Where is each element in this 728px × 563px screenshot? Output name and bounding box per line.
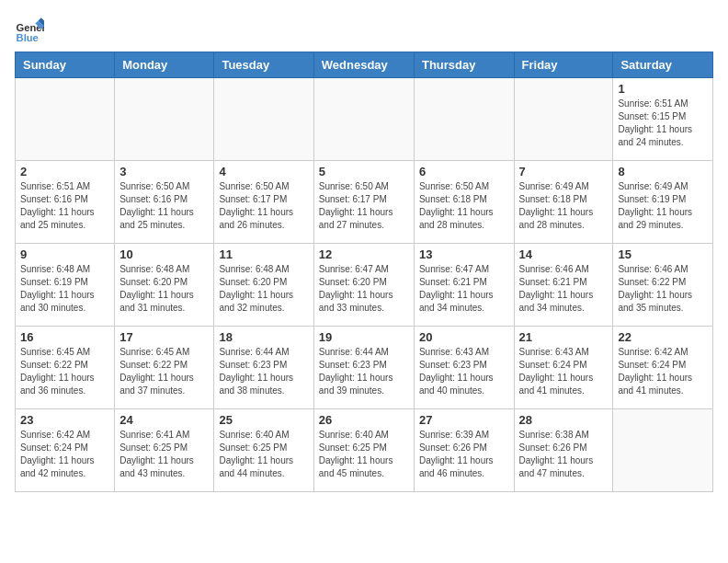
week-row-3: 16Sunrise: 6:45 AM Sunset: 6:22 PM Dayli… <box>16 327 713 409</box>
day-info: Sunrise: 6:44 AM Sunset: 6:23 PM Dayligh… <box>319 346 409 397</box>
day-info: Sunrise: 6:51 AM Sunset: 6:15 PM Dayligh… <box>618 98 708 149</box>
day-info: Sunrise: 6:48 AM Sunset: 6:20 PM Dayligh… <box>219 263 308 315</box>
calendar-cell: 9Sunrise: 6:48 AM Sunset: 6:19 PM Daylig… <box>16 244 115 327</box>
calendar-cell <box>16 78 115 161</box>
day-info: Sunrise: 6:40 AM Sunset: 6:25 PM Dayligh… <box>219 429 308 480</box>
logo-icon: General Blue <box>15 15 44 44</box>
calendar-cell <box>115 78 214 161</box>
day-number: 4 <box>219 165 308 178</box>
calendar-cell: 3Sunrise: 6:50 AM Sunset: 6:16 PM Daylig… <box>115 161 214 244</box>
day-number: 9 <box>20 247 109 261</box>
day-number: 21 <box>519 330 609 344</box>
day-number: 1 <box>618 82 708 96</box>
day-info: Sunrise: 6:38 AM Sunset: 6:26 PM Dayligh… <box>519 429 609 480</box>
day-number: 24 <box>119 413 209 427</box>
day-number: 16 <box>20 330 109 344</box>
day-number: 28 <box>519 413 609 427</box>
day-info: Sunrise: 6:47 AM Sunset: 6:21 PM Dayligh… <box>419 263 509 315</box>
day-number: 5 <box>319 165 409 178</box>
weekday-header-friday: Friday <box>514 52 613 78</box>
calendar-cell: 27Sunrise: 6:39 AM Sunset: 6:26 PM Dayli… <box>414 409 514 492</box>
calendar-cell: 2Sunrise: 6:51 AM Sunset: 6:16 PM Daylig… <box>16 161 115 244</box>
day-number: 25 <box>219 413 308 427</box>
day-info: Sunrise: 6:39 AM Sunset: 6:26 PM Dayligh… <box>419 429 509 480</box>
calendar-cell <box>313 78 414 161</box>
day-info: Sunrise: 6:45 AM Sunset: 6:22 PM Dayligh… <box>119 346 209 397</box>
day-info: Sunrise: 6:42 AM Sunset: 6:24 PM Dayligh… <box>20 429 109 480</box>
day-number: 27 <box>419 413 509 427</box>
day-info: Sunrise: 6:48 AM Sunset: 6:20 PM Dayligh… <box>119 263 209 315</box>
day-number: 20 <box>419 330 509 344</box>
day-info: Sunrise: 6:43 AM Sunset: 6:24 PM Dayligh… <box>519 346 609 397</box>
day-number: 19 <box>319 330 409 344</box>
calendar-cell: 22Sunrise: 6:42 AM Sunset: 6:24 PM Dayli… <box>613 327 713 409</box>
calendar-cell: 7Sunrise: 6:49 AM Sunset: 6:18 PM Daylig… <box>514 161 613 244</box>
weekday-header-saturday: Saturday <box>613 52 713 78</box>
calendar-cell: 4Sunrise: 6:50 AM Sunset: 6:17 PM Daylig… <box>214 161 313 244</box>
day-number: 12 <box>319 247 409 261</box>
week-row-4: 23Sunrise: 6:42 AM Sunset: 6:24 PM Dayli… <box>16 409 713 492</box>
calendar-cell: 10Sunrise: 6:48 AM Sunset: 6:20 PM Dayli… <box>115 244 214 327</box>
calendar-cell <box>514 78 613 161</box>
weekday-header-monday: Monday <box>115 52 214 78</box>
weekday-header-thursday: Thursday <box>414 52 514 78</box>
day-info: Sunrise: 6:51 AM Sunset: 6:16 PM Dayligh… <box>20 180 109 232</box>
day-number: 7 <box>519 165 609 178</box>
page-header: General Blue <box>15 15 713 44</box>
day-info: Sunrise: 6:49 AM Sunset: 6:18 PM Dayligh… <box>519 180 609 232</box>
calendar-cell: 16Sunrise: 6:45 AM Sunset: 6:22 PM Dayli… <box>16 327 115 409</box>
week-row-2: 9Sunrise: 6:48 AM Sunset: 6:19 PM Daylig… <box>16 244 713 327</box>
calendar-cell: 21Sunrise: 6:43 AM Sunset: 6:24 PM Dayli… <box>514 327 613 409</box>
day-number: 11 <box>219 247 308 261</box>
day-number: 17 <box>119 330 209 344</box>
calendar-cell <box>214 78 313 161</box>
calendar-cell: 19Sunrise: 6:44 AM Sunset: 6:23 PM Dayli… <box>313 327 414 409</box>
day-info: Sunrise: 6:50 AM Sunset: 6:16 PM Dayligh… <box>119 180 209 232</box>
calendar-cell: 28Sunrise: 6:38 AM Sunset: 6:26 PM Dayli… <box>514 409 613 492</box>
weekday-header-wednesday: Wednesday <box>313 52 414 78</box>
calendar-table: SundayMondayTuesdayWednesdayThursdayFrid… <box>15 52 713 492</box>
calendar-cell: 8Sunrise: 6:49 AM Sunset: 6:19 PM Daylig… <box>613 161 713 244</box>
day-number: 15 <box>618 247 708 261</box>
calendar-cell: 6Sunrise: 6:50 AM Sunset: 6:18 PM Daylig… <box>414 161 514 244</box>
calendar-cell: 17Sunrise: 6:45 AM Sunset: 6:22 PM Dayli… <box>115 327 214 409</box>
day-info: Sunrise: 6:43 AM Sunset: 6:23 PM Dayligh… <box>419 346 509 397</box>
day-number: 26 <box>319 413 409 427</box>
calendar-cell: 13Sunrise: 6:47 AM Sunset: 6:21 PM Dayli… <box>414 244 514 327</box>
calendar-cell: 25Sunrise: 6:40 AM Sunset: 6:25 PM Dayli… <box>214 409 313 492</box>
day-number: 10 <box>119 247 209 261</box>
day-number: 22 <box>618 330 708 344</box>
weekday-header-tuesday: Tuesday <box>214 52 313 78</box>
day-info: Sunrise: 6:45 AM Sunset: 6:22 PM Dayligh… <box>20 346 109 397</box>
week-row-0: 1Sunrise: 6:51 AM Sunset: 6:15 PM Daylig… <box>16 78 713 161</box>
calendar-cell: 1Sunrise: 6:51 AM Sunset: 6:15 PM Daylig… <box>613 78 713 161</box>
calendar-cell: 12Sunrise: 6:47 AM Sunset: 6:20 PM Dayli… <box>313 244 414 327</box>
calendar-cell: 23Sunrise: 6:42 AM Sunset: 6:24 PM Dayli… <box>16 409 115 492</box>
day-number: 8 <box>618 165 708 178</box>
day-info: Sunrise: 6:40 AM Sunset: 6:25 PM Dayligh… <box>319 429 409 480</box>
calendar-cell: 14Sunrise: 6:46 AM Sunset: 6:21 PM Dayli… <box>514 244 613 327</box>
day-info: Sunrise: 6:46 AM Sunset: 6:21 PM Dayligh… <box>519 263 609 315</box>
day-number: 3 <box>119 165 209 178</box>
calendar-cell: 5Sunrise: 6:50 AM Sunset: 6:17 PM Daylig… <box>313 161 414 244</box>
day-number: 6 <box>419 165 509 178</box>
calendar-cell <box>613 409 713 492</box>
weekday-header-sunday: Sunday <box>16 52 115 78</box>
day-info: Sunrise: 6:47 AM Sunset: 6:20 PM Dayligh… <box>319 263 409 315</box>
day-info: Sunrise: 6:50 AM Sunset: 6:18 PM Dayligh… <box>419 180 509 232</box>
day-info: Sunrise: 6:46 AM Sunset: 6:22 PM Dayligh… <box>618 263 708 315</box>
svg-text:Blue: Blue <box>17 32 39 43</box>
day-number: 13 <box>419 247 509 261</box>
day-info: Sunrise: 6:50 AM Sunset: 6:17 PM Dayligh… <box>219 180 308 232</box>
logo: General Blue <box>15 15 48 44</box>
calendar-cell: 26Sunrise: 6:40 AM Sunset: 6:25 PM Dayli… <box>313 409 414 492</box>
week-row-1: 2Sunrise: 6:51 AM Sunset: 6:16 PM Daylig… <box>16 161 713 244</box>
day-number: 14 <box>519 247 609 261</box>
calendar-cell: 11Sunrise: 6:48 AM Sunset: 6:20 PM Dayli… <box>214 244 313 327</box>
calendar-cell: 24Sunrise: 6:41 AM Sunset: 6:25 PM Dayli… <box>115 409 214 492</box>
day-info: Sunrise: 6:41 AM Sunset: 6:25 PM Dayligh… <box>119 429 209 480</box>
day-info: Sunrise: 6:44 AM Sunset: 6:23 PM Dayligh… <box>219 346 308 397</box>
calendar-cell: 18Sunrise: 6:44 AM Sunset: 6:23 PM Dayli… <box>214 327 313 409</box>
day-info: Sunrise: 6:48 AM Sunset: 6:19 PM Dayligh… <box>20 263 109 315</box>
calendar-cell: 20Sunrise: 6:43 AM Sunset: 6:23 PM Dayli… <box>414 327 514 409</box>
